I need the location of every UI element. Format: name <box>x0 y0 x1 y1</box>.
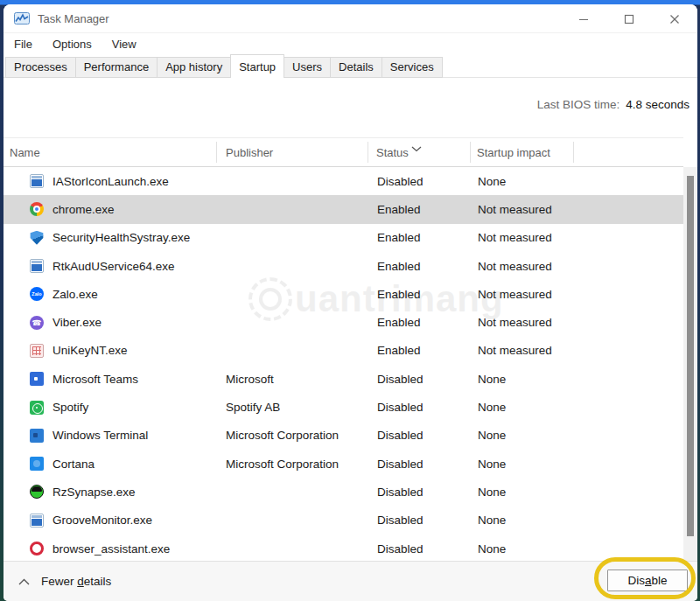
table-row[interactable]: Windows TerminalMicrosoft CorporationDis… <box>4 422 683 450</box>
startup-item-name: RzSynapse.exe <box>52 486 136 499</box>
publisher-cell: Microsoft Corporation <box>226 450 339 478</box>
name-cell: UniKeyNT.exe <box>30 337 128 365</box>
startup-impact-cell: None <box>478 393 506 421</box>
column-header-name[interactable]: Name <box>10 146 40 159</box>
last-bios-time-value: 4.8 seconds <box>626 98 690 111</box>
startup-impact-cell: None <box>478 422 506 450</box>
name-cell: Microsoft Teams <box>30 365 138 393</box>
viber-icon <box>30 316 44 330</box>
table-row[interactable]: UniKeyNT.exeEnabledNot measured <box>4 337 683 365</box>
vertical-scrollbar[interactable] <box>683 167 697 561</box>
scrollbar-thumb[interactable] <box>687 176 694 536</box>
table-row[interactable]: Microsoft TeamsMicrosoftDisabledNone <box>4 365 683 393</box>
tab-details[interactable]: Details <box>330 57 382 78</box>
startup-item-name: IAStorIconLaunch.exe <box>52 175 169 188</box>
tab-app-history[interactable]: App history <box>157 57 231 78</box>
startup-item-name: Spotify <box>52 401 88 414</box>
startup-impact-cell: None <box>478 365 506 393</box>
startup-item-name: Zalo.exe <box>52 288 98 301</box>
table-row[interactable]: CortanaMicrosoft CorporationDisabledNone <box>4 450 683 478</box>
opera-icon <box>30 542 44 556</box>
name-cell: Viber.exe <box>30 308 102 336</box>
status-cell: Disabled <box>377 422 424 450</box>
startup-item-name: UniKeyNT.exe <box>52 344 128 357</box>
security-shield-icon <box>30 231 44 245</box>
name-cell: browser_assistant.exe <box>30 535 170 561</box>
fewer-details-toggle[interactable]: Fewer details <box>18 562 111 601</box>
status-cell: Disabled <box>377 393 424 421</box>
startup-item-name: browser_assistant.exe <box>52 542 170 556</box>
app-window-icon <box>30 174 44 188</box>
startup-item-name: Cortana <box>52 458 94 471</box>
column-divider[interactable] <box>573 142 574 163</box>
table-row[interactable]: SecurityHealthSystray.exeEnabledNot meas… <box>4 224 683 252</box>
table-row[interactable]: GrooveMonitor.exeDisabledNone <box>4 507 683 535</box>
tab-performance[interactable]: Performance <box>75 57 158 78</box>
last-bios-time: Last BIOS time:4.8 seconds <box>537 98 690 111</box>
startup-impact-cell: None <box>478 535 506 561</box>
cortana-icon <box>30 457 44 471</box>
column-divider[interactable] <box>368 142 368 163</box>
table-row[interactable]: Zalo.exeEnabledNot measured <box>4 280 683 308</box>
table-row[interactable]: RtkAudUService64.exeEnabledNot measured <box>4 252 683 280</box>
startup-impact-cell: Not measured <box>478 308 552 336</box>
status-cell: Disabled <box>377 535 424 561</box>
table-header: Name Publisher Status Startup impact <box>4 137 683 167</box>
status-cell: Enabled <box>377 252 421 280</box>
table-row[interactable]: SpotifySpotify ABDisabledNone <box>4 393 683 421</box>
title-bar: Task Manager <box>4 4 697 33</box>
footer-bar: Fewer details Disable <box>4 561 697 601</box>
startup-impact-cell: None <box>478 478 506 506</box>
tab-services[interactable]: Services <box>382 57 443 78</box>
app-window-icon <box>30 259 44 273</box>
tab-startup[interactable]: Startup <box>230 54 284 78</box>
table-row[interactable]: chrome.exeEnabledNot measured <box>4 195 683 223</box>
status-cell: Enabled <box>377 195 421 223</box>
disable-button[interactable]: Disable <box>607 570 688 591</box>
close-button[interactable] <box>652 4 697 33</box>
column-header-startup-impact[interactable]: Startup impact <box>477 146 550 159</box>
column-header-publisher[interactable]: Publisher <box>226 146 273 159</box>
startup-impact-cell: Not measured <box>478 337 552 365</box>
status-cell: Enabled <box>377 308 421 336</box>
tab-users[interactable]: Users <box>284 57 331 78</box>
task-manager-window: Task Manager FileOptionsView ProcessesPe… <box>4 4 697 601</box>
task-manager-icon <box>14 12 30 24</box>
table-row[interactable]: Viber.exeEnabledNot measured <box>4 308 683 336</box>
table-row[interactable]: browser_assistant.exeDisabledNone <box>4 535 683 561</box>
status-cell: Disabled <box>377 167 424 195</box>
razer-synapse-icon <box>30 485 44 499</box>
last-bios-time-label: Last BIOS time: <box>537 98 620 111</box>
name-cell: Spotify <box>30 393 88 421</box>
table-row[interactable]: IAStorIconLaunch.exeDisabledNone <box>4 167 683 195</box>
tab-bar: ProcessesPerformanceApp historyStartupUs… <box>4 54 697 78</box>
window-title: Task Manager <box>38 12 109 25</box>
tab-processes[interactable]: Processes <box>5 57 76 78</box>
teams-icon <box>30 372 44 386</box>
startup-impact-cell: None <box>478 167 506 195</box>
column-header-status[interactable]: Status <box>376 146 409 159</box>
status-cell: Disabled <box>377 365 424 393</box>
startup-item-name: Microsoft Teams <box>52 373 138 386</box>
minimize-button[interactable] <box>561 4 606 33</box>
chevron-up-icon <box>18 575 30 588</box>
name-cell: GrooveMonitor.exe <box>30 507 152 535</box>
column-divider[interactable] <box>470 142 471 163</box>
column-divider[interactable] <box>216 142 217 163</box>
table-row[interactable]: RzSynapse.exeDisabledNone <box>4 478 683 506</box>
fewer-details-label: Fewer details <box>41 575 111 588</box>
startup-item-name: GrooveMonitor.exe <box>52 514 152 527</box>
publisher-cell: Microsoft <box>226 365 274 393</box>
menu-item-file[interactable]: File <box>11 36 35 52</box>
status-cell: Disabled <box>377 450 424 478</box>
menu-item-options[interactable]: Options <box>50 36 94 52</box>
menu-item-view[interactable]: View <box>109 36 139 52</box>
startup-item-name: SecurityHealthSystray.exe <box>52 231 190 244</box>
name-cell: Windows Terminal <box>30 422 148 450</box>
windows-terminal-icon <box>30 429 44 443</box>
sort-chevron-down-icon <box>411 142 422 155</box>
maximize-button[interactable] <box>606 4 652 33</box>
name-cell: IAStorIconLaunch.exe <box>30 167 169 195</box>
name-cell: Cortana <box>30 450 94 478</box>
status-cell: Disabled <box>377 507 424 535</box>
